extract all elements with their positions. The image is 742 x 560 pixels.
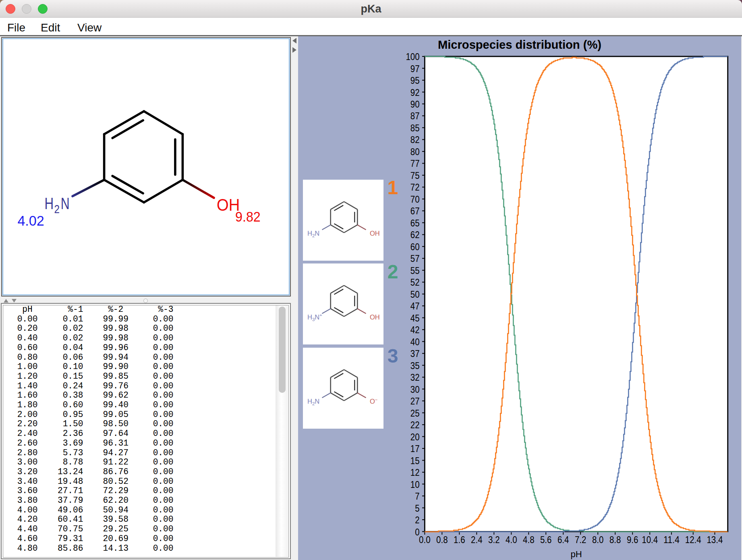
svg-text:87: 87 <box>410 110 420 121</box>
svg-text:92: 92 <box>410 87 420 98</box>
svg-text:62: 62 <box>410 229 420 240</box>
svg-text:4.8: 4.8 <box>523 534 534 545</box>
svg-text:95: 95 <box>410 75 420 86</box>
svg-text:0.0: 0.0 <box>419 534 430 545</box>
svg-text:90: 90 <box>410 99 420 110</box>
svg-text:7.2: 7.2 <box>575 534 586 545</box>
svg-text:70: 70 <box>410 194 420 205</box>
svg-text:80: 80 <box>410 146 420 157</box>
svg-text:6.4: 6.4 <box>558 534 569 545</box>
svg-text:7: 7 <box>415 491 419 502</box>
svg-text:55: 55 <box>410 265 420 276</box>
svg-text:72: 72 <box>410 182 420 193</box>
svg-text:H2N: H2N <box>307 398 319 406</box>
svg-text:30: 30 <box>410 384 420 395</box>
svg-text:2.4: 2.4 <box>471 534 482 545</box>
svg-text:45: 45 <box>410 313 420 324</box>
svg-text:OH: OH <box>370 230 380 237</box>
svg-text:2: 2 <box>54 202 60 216</box>
svg-text:50: 50 <box>410 289 420 300</box>
svg-text:11.4: 11.4 <box>663 534 680 545</box>
svg-text:Microspecies distribution (%): Microspecies distribution (%) <box>438 38 601 51</box>
svg-text:4.0: 4.0 <box>506 534 517 545</box>
svg-text:85: 85 <box>410 122 420 133</box>
svg-text:12: 12 <box>410 467 420 478</box>
svg-text:25: 25 <box>410 408 420 419</box>
svg-text:12.4: 12.4 <box>685 534 701 545</box>
svg-text:27: 27 <box>410 396 420 407</box>
svg-text:22: 22 <box>410 419 420 430</box>
svg-text:3.2: 3.2 <box>488 534 500 545</box>
svg-text:20: 20 <box>410 431 420 442</box>
svg-text:8.8: 8.8 <box>609 534 621 545</box>
svg-text:60: 60 <box>410 241 420 252</box>
svg-text:47: 47 <box>410 301 420 311</box>
svg-text:42: 42 <box>410 324 420 335</box>
svg-text:1.6: 1.6 <box>454 534 465 545</box>
svg-text:2: 2 <box>415 514 419 525</box>
svg-text:67: 67 <box>410 205 420 216</box>
svg-text:H2N: H2N <box>307 230 319 238</box>
svg-text:9.6: 9.6 <box>627 534 638 545</box>
svg-text:75: 75 <box>410 170 420 181</box>
svg-text:57: 57 <box>410 253 420 264</box>
svg-text:97: 97 <box>410 63 420 74</box>
svg-text:8.0: 8.0 <box>592 534 603 545</box>
svg-text:35: 35 <box>410 360 420 371</box>
svg-text:100: 100 <box>406 51 420 62</box>
svg-text:OH: OH <box>370 313 380 321</box>
svg-text:37: 37 <box>410 348 420 359</box>
svg-text:32: 32 <box>410 372 420 383</box>
svg-text:pH: pH <box>570 549 582 559</box>
svg-text:52: 52 <box>410 277 420 288</box>
svg-text:H: H <box>44 195 54 212</box>
svg-text:4.02: 4.02 <box>17 213 44 228</box>
svg-text:77: 77 <box>410 158 420 169</box>
svg-text:10: 10 <box>410 479 420 490</box>
svg-text:N: N <box>61 195 70 212</box>
svg-text:82: 82 <box>410 134 420 145</box>
svg-text:0.8: 0.8 <box>436 534 448 545</box>
svg-text:15: 15 <box>410 455 420 466</box>
svg-text:13.4: 13.4 <box>707 534 723 545</box>
svg-text:O−: O− <box>370 397 377 405</box>
svg-text:5.6: 5.6 <box>540 534 551 545</box>
svg-text:10.4: 10.4 <box>642 534 658 545</box>
svg-text:17: 17 <box>410 443 420 454</box>
svg-text:40: 40 <box>410 336 420 347</box>
svg-text:9.82: 9.82 <box>235 209 261 224</box>
svg-text:5: 5 <box>415 503 419 514</box>
svg-text:65: 65 <box>410 218 420 228</box>
svg-text:H3N+: H3N+ <box>307 313 322 322</box>
